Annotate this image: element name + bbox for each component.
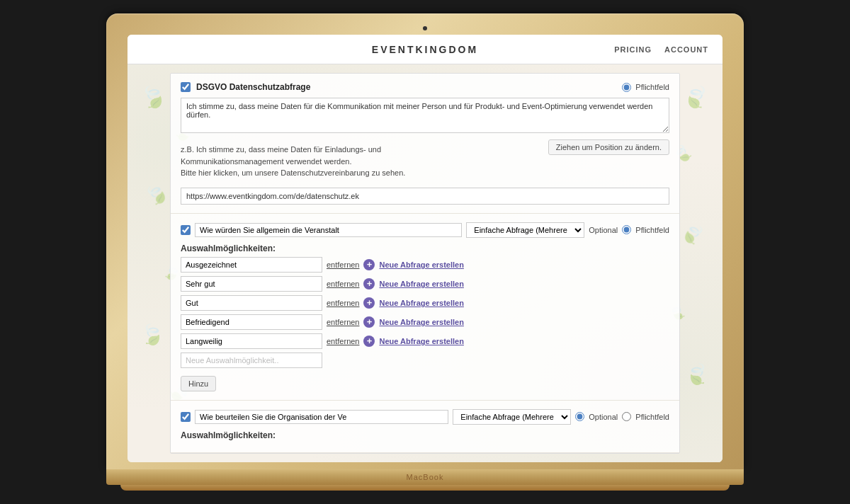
survey2-pflicht-radio[interactable]: [622, 412, 631, 421]
dsgvo-radio-group: Pflichtfeld: [622, 83, 669, 92]
screen-bezel: EVENTKINGDOM PRICING ACCOUNT 🍃 🍃 🍃 🍃 🍃: [106, 13, 744, 469]
remove-btn-3[interactable]: entfernen: [327, 299, 359, 307]
option-row-3: entfernen + Neue Abfrage erstellen: [181, 295, 669, 311]
add-new-btn-2[interactable]: Neue Abfrage erstellen: [379, 280, 463, 288]
dsgvo-checkbox[interactable]: [181, 82, 191, 92]
survey1-pflicht-radio[interactable]: [622, 225, 631, 234]
option-input-2[interactable]: [181, 276, 322, 292]
survey1-checkbox[interactable]: [181, 225, 191, 235]
new-option-input[interactable]: [181, 353, 322, 368]
hinzu-button[interactable]: Hinzu: [181, 376, 216, 391]
survey1-header: Einfache Abfrage (Mehrere Optional Pflic…: [181, 222, 669, 238]
survey2-optional-group: Optional Pflichtfeld: [575, 412, 669, 421]
pricing-link[interactable]: PRICING: [614, 45, 652, 54]
nav-links: PRICING ACCOUNT: [614, 45, 708, 54]
top-nav: EVENTKINGDOM PRICING ACCOUNT: [128, 35, 722, 64]
dsgvo-url-input[interactable]: [181, 188, 669, 205]
survey2-checkbox[interactable]: [181, 412, 191, 422]
dsgvo-textarea[interactable]: [181, 98, 669, 133]
dsgvo-section: DSGVO Datenschutzabfrage Pflichtfeld Zie…: [171, 74, 679, 214]
laptop-base: [106, 469, 744, 485]
survey2-optional-label: Optional: [589, 413, 618, 421]
remove-btn-2[interactable]: entfernen: [327, 280, 359, 288]
survey1-options-label: Auswahlmöglichkeiten:: [181, 244, 669, 253]
survey2-title-input[interactable]: [195, 410, 448, 424]
option-row-5: entfernen + Neue Abfrage erstellen: [181, 333, 669, 349]
drag-hint-button[interactable]: Ziehen um Position zu ändern.: [548, 139, 669, 155]
remove-btn-5[interactable]: entfernen: [327, 337, 359, 345]
add-circle-icon-3[interactable]: +: [363, 297, 375, 309]
content-area: 🍃 🍃 🍃 🍃 🍃 🍃 🍃 🍃 🍃 🍃 🍃: [128, 64, 722, 462]
form-container: DSGVO Datenschutzabfrage Pflichtfeld Zie…: [170, 73, 680, 454]
option-input-3[interactable]: [181, 295, 322, 311]
brand-logo: EVENTKINGDOM: [372, 44, 478, 55]
dsgvo-pflicht-radio[interactable]: [622, 83, 631, 92]
survey1-optional-group: Optional Pflichtfeld: [589, 225, 669, 234]
survey2-optional-radio[interactable]: [575, 412, 584, 421]
option-row-4: entfernen + Neue Abfrage erstellen: [181, 314, 669, 330]
browser-window: EVENTKINGDOM PRICING ACCOUNT 🍃 🍃 🍃 🍃 🍃: [128, 35, 722, 462]
dsgvo-title: DSGVO Datenschutzabfrage: [196, 82, 616, 92]
add-circle-icon-5[interactable]: +: [363, 336, 375, 347]
add-circle-icon-1[interactable]: +: [363, 259, 375, 270]
survey1-section: Einfache Abfrage (Mehrere Optional Pflic…: [171, 214, 679, 401]
camera-dot: [423, 26, 427, 30]
survey2-type-select[interactable]: Einfache Abfrage (Mehrere: [453, 409, 571, 425]
laptop-foot: [120, 485, 730, 491]
dsgvo-header: DSGVO Datenschutzabfrage Pflichtfeld: [181, 82, 669, 92]
option-row-2: entfernen + Neue Abfrage erstellen: [181, 276, 669, 292]
add-circle-icon-4[interactable]: +: [363, 316, 375, 328]
survey2-pflicht-label: Pflichtfeld: [635, 413, 669, 421]
option-input-5[interactable]: [181, 333, 322, 349]
survey2-options-label: Auswahlmöglichkeiten:: [181, 430, 669, 440]
survey1-title-input[interactable]: [195, 223, 462, 237]
dsgvo-pflicht-label: Pflichtfeld: [635, 83, 669, 91]
survey1-optional-label: Optional: [589, 226, 618, 234]
add-new-btn-1[interactable]: Neue Abfrage erstellen: [379, 260, 463, 269]
option-row-1: entfernen + Neue Abfrage erstellen: [181, 257, 669, 273]
account-link[interactable]: ACCOUNT: [664, 45, 708, 54]
survey2-header: Einfache Abfrage (Mehrere Optional Pflic…: [181, 409, 669, 425]
add-new-btn-5[interactable]: Neue Abfrage erstellen: [379, 337, 463, 345]
option-input-1[interactable]: [181, 257, 322, 273]
laptop-shell: EVENTKINGDOM PRICING ACCOUNT 🍃 🍃 🍃 🍃 🍃: [106, 13, 744, 491]
survey1-pflicht-label: Pflichtfeld: [635, 226, 669, 234]
remove-btn-4[interactable]: entfernen: [327, 318, 359, 326]
remove-btn-1[interactable]: entfernen: [327, 260, 359, 269]
option-input-4[interactable]: [181, 314, 322, 330]
survey1-type-select[interactable]: Einfache Abfrage (Mehrere: [466, 222, 584, 238]
survey2-section: Einfache Abfrage (Mehrere Optional Pflic…: [171, 401, 679, 453]
add-new-btn-3[interactable]: Neue Abfrage erstellen: [379, 299, 463, 307]
screen-inner: EVENTKINGDOM PRICING ACCOUNT 🍃 🍃 🍃 🍃 🍃: [128, 35, 722, 462]
add-new-btn-4[interactable]: Neue Abfrage erstellen: [379, 318, 463, 326]
add-circle-icon-2[interactable]: +: [363, 278, 375, 290]
option-row-new: [181, 353, 669, 368]
